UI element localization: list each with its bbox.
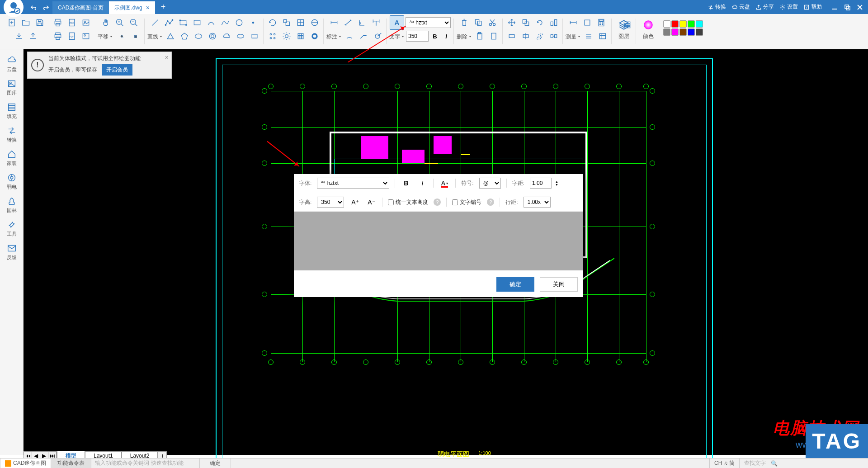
tab-home[interactable]: CAD迷你画图-首页 <box>52 1 109 14</box>
mirror-button[interactable] <box>533 30 546 43</box>
search-icon-status[interactable]: 🔍 <box>770 460 778 467</box>
sidebar-convert[interactable]: 转换 <box>1 123 23 145</box>
arc-button[interactable] <box>205 16 217 29</box>
cmd-tab[interactable]: 功能命令表 <box>51 459 91 468</box>
circle-button[interactable] <box>233 16 245 29</box>
uniform-height-checkbox[interactable]: 统一文本高度 <box>388 199 428 206</box>
color-button[interactable]: 颜色 <box>639 16 658 43</box>
point-button[interactable] <box>247 16 259 29</box>
close-notification-button[interactable]: × <box>165 54 169 61</box>
dialog-symbol-select[interactable]: @ <box>479 178 501 189</box>
ime-indicator[interactable]: CH ♫ 简 <box>709 459 740 468</box>
pan-button[interactable] <box>99 16 112 29</box>
search-text[interactable]: 查找文字 <box>740 459 770 468</box>
gear-button[interactable] <box>280 30 293 43</box>
dim-angular-button[interactable] <box>356 16 368 29</box>
ellipse3-button[interactable] <box>308 16 321 29</box>
dialog-bold-button[interactable]: B <box>401 178 411 189</box>
spline-button[interactable] <box>219 16 231 29</box>
close-tab-icon[interactable]: × <box>146 4 150 11</box>
dialog-ok-button[interactable]: 确定 <box>496 277 534 292</box>
print2-button[interactable] <box>52 30 64 43</box>
dialog-text-color-button[interactable]: A▾ <box>439 178 450 189</box>
calc-button[interactable] <box>595 16 608 29</box>
font-size-input[interactable] <box>406 31 429 42</box>
spacing-up-button[interactable]: ▲ <box>555 180 558 183</box>
polyline-button[interactable] <box>163 16 175 29</box>
rotate-button[interactable] <box>266 16 279 29</box>
sidebar-tools[interactable]: 工具 <box>1 217 23 239</box>
trim-button[interactable] <box>505 30 518 43</box>
cut-button[interactable] <box>486 16 499 29</box>
dialog-line-spacing-select[interactable]: 1.00x <box>524 197 551 208</box>
array-button[interactable] <box>266 30 279 43</box>
color-swatches[interactable] <box>663 20 703 36</box>
polygon-button[interactable] <box>178 30 191 43</box>
donut-button[interactable] <box>206 30 219 43</box>
taskbar-app[interactable]: CAD迷你画图 <box>0 458 51 468</box>
undo-button[interactable] <box>28 2 39 12</box>
copy-button[interactable] <box>472 16 485 29</box>
sidebar-feedback[interactable]: 反馈 <box>1 241 23 263</box>
maximize-button[interactable] <box>843 3 852 12</box>
zoom-window-button[interactable] <box>129 30 142 43</box>
move-button[interactable] <box>505 16 518 29</box>
print-button[interactable] <box>52 16 64 29</box>
list-button[interactable] <box>582 30 595 43</box>
pdf2-button[interactable]: PDF <box>66 30 78 43</box>
image2-button[interactable] <box>80 30 92 43</box>
minimize-button[interactable] <box>830 3 839 12</box>
erase-button[interactable] <box>458 16 471 29</box>
help-link[interactable]: ?帮助 <box>803 3 822 11</box>
rect2-button[interactable] <box>191 16 203 29</box>
rect-button[interactable] <box>177 16 189 29</box>
dialog-italic-button[interactable]: I <box>417 178 428 189</box>
pdf-button[interactable]: PDF <box>66 16 78 29</box>
import-button[interactable] <box>13 30 25 43</box>
dialog-spacing-input[interactable] <box>530 178 552 189</box>
dialog-close-button[interactable]: 关闭 <box>540 277 578 292</box>
donut2-button[interactable] <box>308 30 321 43</box>
zoom-fit-button[interactable] <box>116 30 128 43</box>
enable-vip-button[interactable]: 开启会员 <box>102 64 132 76</box>
table-button[interactable] <box>596 30 609 43</box>
paste2-button[interactable] <box>487 30 500 43</box>
cloud-link[interactable]: 云盘 <box>731 3 750 11</box>
open-file-button[interactable] <box>19 16 32 29</box>
arc-dim-button[interactable] <box>343 30 356 43</box>
area-button[interactable] <box>581 16 594 29</box>
increase-size-button[interactable]: A⁺ <box>349 197 360 208</box>
bold-button[interactable]: B <box>430 31 440 41</box>
cmd-input[interactable]: 输入功能或命令关键词 快速查找功能 <box>91 459 200 468</box>
decrease-size-button[interactable]: A⁻ <box>366 197 377 208</box>
sidebar-gallery[interactable]: 图库 <box>1 76 23 98</box>
export-button[interactable] <box>27 30 39 43</box>
dim-linear-button[interactable] <box>328 16 340 29</box>
zoom-in-button[interactable] <box>113 16 126 29</box>
sidebar-electrical[interactable]: 弱电 <box>1 170 23 192</box>
triangle-button[interactable] <box>164 30 177 43</box>
rotate2-button[interactable] <box>533 16 546 29</box>
layer-mgr-button[interactable] <box>621 19 633 31</box>
help-icon-2[interactable]: ? <box>487 199 494 206</box>
scale-button[interactable] <box>280 16 293 29</box>
dist-button[interactable] <box>567 16 580 29</box>
font-name-select[interactable]: ᴬᵃ hztxt <box>406 17 451 28</box>
extend-button[interactable] <box>519 30 532 43</box>
cloud-button[interactable] <box>220 30 233 43</box>
redo-button[interactable] <box>41 2 52 12</box>
grid-button[interactable] <box>294 16 307 29</box>
zoom-out-button[interactable] <box>127 16 140 29</box>
dialog-font-select[interactable]: ᴬᵃ hztxt <box>317 178 389 189</box>
offset-button[interactable] <box>519 16 532 29</box>
sidebar-home[interactable]: 家装 <box>1 147 23 169</box>
line-button[interactable] <box>149 16 161 29</box>
sidebar-landscape[interactable]: 园林 <box>1 194 23 216</box>
hatch-rect-button[interactable] <box>294 30 307 43</box>
add-tab-button[interactable]: + <box>158 2 169 13</box>
paste-button[interactable] <box>473 30 486 43</box>
spacing-down-button[interactable]: ▼ <box>555 183 558 186</box>
text-input-area[interactable] <box>294 212 583 270</box>
new-file-button[interactable] <box>5 16 18 29</box>
dialog-height-select[interactable]: 350 <box>317 197 344 208</box>
